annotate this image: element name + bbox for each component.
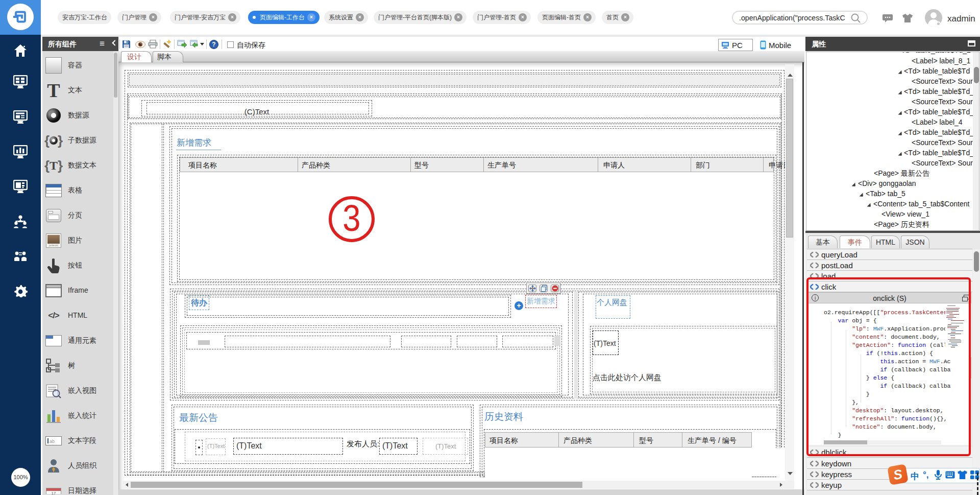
svg-text:?: ?	[212, 41, 215, 48]
